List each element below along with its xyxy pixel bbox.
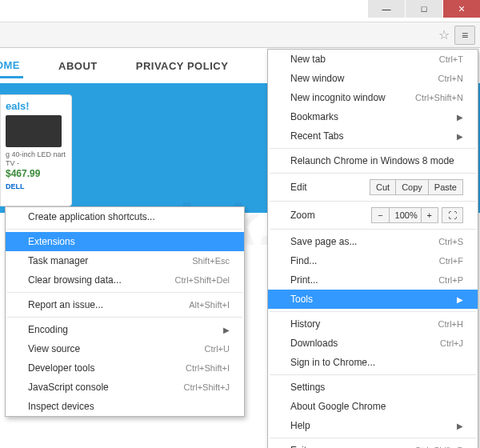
- submenu-report-issue[interactable]: Report an issue...Alt+Shift+I: [6, 295, 244, 314]
- menu-find[interactable]: Find...Ctrl+F: [268, 251, 478, 270]
- edit-cut-button[interactable]: Cut: [370, 179, 396, 195]
- menu-save-page[interactable]: Save page as...Ctrl+S: [268, 232, 478, 251]
- chevron-right-icon: ▶: [457, 132, 463, 141]
- nav-privacy[interactable]: PRIVACY POLICY: [133, 55, 232, 77]
- menu-about-chrome[interactable]: About Google Chrome: [268, 397, 478, 416]
- submenu-developer-tools[interactable]: Developer toolsCtrl+Shift+I: [6, 358, 244, 378]
- menu-settings[interactable]: Settings: [268, 378, 478, 397]
- chevron-right-icon: ▶: [223, 326, 230, 334]
- chrome-main-menu: New tabCtrl+T New windowCtrl+N New incog…: [267, 49, 478, 448]
- submenu-extensions[interactable]: Extensions: [6, 232, 244, 251]
- menu-bookmarks[interactable]: Bookmarks▶: [268, 107, 478, 126]
- submenu-clear-browsing-data[interactable]: Clear browsing data...Ctrl+Shift+Del: [6, 270, 244, 290]
- zoom-out-button[interactable]: −: [371, 207, 389, 223]
- menu-separator: [270, 229, 476, 230]
- menu-new-tab[interactable]: New tabCtrl+T: [268, 50, 478, 69]
- window-close-button[interactable]: ×: [443, 0, 480, 18]
- nav-about[interactable]: ABOUT: [55, 55, 101, 77]
- promo-brand: DELL: [6, 182, 66, 190]
- menu-sign-in[interactable]: Sign in to Chrome...: [268, 353, 478, 372]
- menu-separator: [270, 311, 476, 312]
- window-maximize-button[interactable]: □: [406, 0, 442, 18]
- menu-help[interactable]: Help▶: [268, 416, 478, 435]
- chevron-right-icon: ▶: [457, 113, 463, 122]
- chevron-right-icon: ▶: [457, 422, 463, 430]
- chevron-right-icon: ▶: [457, 295, 463, 304]
- edit-copy-button[interactable]: Copy: [396, 179, 429, 195]
- bookmark-star-icon[interactable]: ☆: [438, 27, 450, 42]
- menu-separator: [270, 173, 476, 174]
- submenu-view-source[interactable]: View sourceCtrl+U: [6, 339, 244, 358]
- zoom-percent: 100%: [390, 207, 422, 223]
- promo-price: $467.99: [6, 168, 66, 179]
- menu-separator: [270, 201, 476, 202]
- window-titlebar: — □ ×: [0, 0, 480, 22]
- submenu-encoding[interactable]: Encoding▶: [6, 320, 244, 339]
- menu-separator: [270, 438, 476, 438]
- menu-tools[interactable]: Tools▶: [268, 290, 478, 309]
- submenu-task-manager[interactable]: Task managerShift+Esc: [6, 251, 244, 270]
- submenu-inspect-devices[interactable]: Inspect devices: [6, 397, 244, 416]
- menu-separator: [270, 374, 476, 375]
- submenu-create-shortcuts[interactable]: Create application shortcuts...: [6, 207, 244, 226]
- menu-separator: [7, 229, 242, 230]
- menu-separator: [7, 292, 242, 293]
- promo-card[interactable]: eals! g 40-inch LED nart TV - $467.99 DE…: [0, 94, 72, 206]
- promo-title: eals!: [6, 100, 66, 112]
- browser-toolbar: ☆ ≡: [0, 22, 480, 48]
- menu-separator: [270, 148, 476, 149]
- menu-relaunch-win8[interactable]: Relaunch Chrome in Windows 8 mode: [268, 151, 478, 170]
- promo-description: g 40-inch LED nart TV -: [6, 150, 66, 168]
- menu-recent-tabs[interactable]: Recent Tabs▶: [268, 126, 478, 146]
- menu-new-incognito[interactable]: New incognito windowCtrl+Shift+N: [268, 88, 478, 107]
- edit-paste-button[interactable]: Paste: [429, 179, 463, 195]
- chrome-menu-button[interactable]: ≡: [454, 26, 475, 45]
- promo-image: [6, 115, 62, 147]
- submenu-javascript-console[interactable]: JavaScript consoleCtrl+Shift+J: [6, 378, 244, 397]
- menu-downloads[interactable]: DownloadsCtrl+J: [268, 334, 478, 353]
- menu-zoom-row: Zoom − 100% + ⛶: [268, 204, 478, 226]
- tools-submenu: Create application shortcuts... Extensio…: [5, 206, 245, 417]
- nav-home[interactable]: HOME: [0, 54, 23, 78]
- menu-print[interactable]: Print...Ctrl+P: [268, 270, 478, 290]
- zoom-fullscreen-button[interactable]: ⛶: [442, 207, 463, 223]
- zoom-in-button[interactable]: +: [422, 207, 438, 223]
- window-minimize-button[interactable]: —: [368, 0, 405, 18]
- menu-history[interactable]: HistoryCtrl+H: [268, 314, 478, 334]
- menu-separator: [7, 317, 242, 318]
- menu-exit[interactable]: ExitCtrl+Shift+Q: [268, 441, 478, 448]
- menu-new-window[interactable]: New windowCtrl+N: [268, 69, 478, 88]
- menu-edit-row: Edit Cut Copy Paste: [268, 176, 478, 198]
